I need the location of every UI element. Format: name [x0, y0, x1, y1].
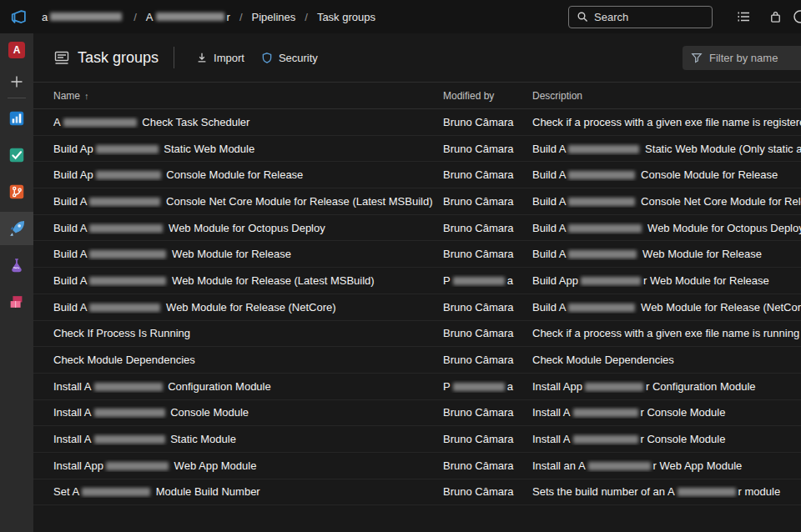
modified-by: Bruno Câmara	[443, 459, 532, 472]
table-row[interactable]: Install A Configuration ModulePaInstall …	[33, 374, 801, 400]
breadcrumb-separator: /	[134, 11, 137, 23]
filter-placeholder: Filter by name	[709, 52, 778, 64]
text-segment: Sets the build number of an A	[532, 485, 675, 498]
table-row[interactable]: Build A Web Module for Release (Latest M…	[33, 268, 801, 294]
flask-icon	[8, 256, 26, 274]
redacted-text	[63, 118, 137, 127]
breadcrumb-item[interactable]: a	[42, 11, 124, 23]
search-icon	[577, 11, 588, 23]
breadcrumb-item[interactable]: Pipelines	[252, 11, 296, 23]
marketplace-bag-icon[interactable]	[759, 0, 791, 33]
sidebar-item-test-lab[interactable]	[0, 248, 33, 282]
text-segment: Build A	[532, 168, 566, 181]
sidebar-item-boards[interactable]	[0, 102, 33, 135]
task-group-name[interactable]: Build Ap Static Web Module	[33, 143, 443, 155]
redacted-text	[89, 250, 166, 258]
task-group-name[interactable]: Install A Configuration Module	[33, 380, 443, 393]
task-group-name[interactable]: Check Module Dependencies	[33, 354, 443, 366]
table-row[interactable]: Build A Web Module for Octopus DeployBru…	[33, 215, 801, 242]
text-segment: Static Web Module	[161, 143, 254, 155]
modified-by: Bruno Câmara	[443, 116, 532, 128]
text-segment: P	[443, 274, 451, 287]
text-segment: Bruno Câmara	[443, 116, 514, 128]
breadcrumb-separator: /	[239, 11, 243, 23]
redacted-text	[96, 145, 159, 153]
table-body: A Check Task SchedulerBruno CâmaraCheck …	[33, 109, 801, 505]
table-row[interactable]: Check Module DependenciesBruno CâmaraChe…	[33, 347, 801, 374]
text-segment: Install A	[53, 433, 92, 445]
text-segment: Bruno Câmara	[443, 195, 514, 208]
text-segment: Install A	[53, 380, 92, 393]
text-segment: Bruno Câmara	[443, 485, 514, 498]
top-navigation-bar: a/Ar/Pipelines/Task groups Search	[0, 0, 801, 33]
sidebar-item-artifacts[interactable]	[0, 285, 33, 319]
task-group-name[interactable]: Check If Process Is Running	[33, 327, 443, 339]
table-row[interactable]: Check If Process Is RunningBruno CâmaraC…	[33, 321, 801, 348]
plus-glyph	[10, 75, 23, 88]
help-icon[interactable]	[791, 0, 801, 33]
task-group-name[interactable]: Install A Static Module	[33, 433, 443, 445]
sidebar-item-pipelines[interactable]	[0, 212, 33, 245]
text-segment: Build A	[53, 301, 87, 314]
task-group-name[interactable]: Build Ap Console Module for Release	[33, 168, 443, 181]
task-group-name[interactable]: Install A Console Module	[33, 406, 443, 419]
table-row[interactable]: Build A Console Net Core Module for Rele…	[33, 188, 801, 215]
modified-by: Bruno Câmara	[443, 195, 532, 208]
text-segment: Bruno Câmara	[443, 143, 514, 155]
task-group-name[interactable]: Build A Web Module for Octopus Deploy	[33, 222, 443, 234]
sidebar-item-test-plans[interactable]	[0, 138, 33, 172]
redacted-text	[94, 409, 165, 417]
task-group-name[interactable]: Set A Module Build Number	[33, 485, 443, 498]
task-group-name[interactable]: Build A Web Module for Release	[33, 248, 443, 260]
description: Build A Web Module for Octopus Deploy	[532, 222, 801, 234]
security-button[interactable]: Security	[253, 47, 326, 69]
import-button[interactable]: Import	[188, 47, 253, 69]
text-segment: Check If Process Is Running	[53, 327, 190, 339]
download-icon	[196, 52, 208, 63]
text-segment: P	[443, 380, 451, 393]
column-header-name[interactable]: Name↑	[33, 90, 443, 102]
task-group-name[interactable]: Build A Web Module for Release (Latest M…	[33, 274, 443, 287]
column-header-modified-by[interactable]: Modified by	[443, 90, 532, 102]
project-avatar[interactable]: A	[8, 42, 25, 58]
text-segment: Install an A	[532, 459, 586, 472]
table-row[interactable]: Build Ap Console Module for ReleaseBruno…	[33, 162, 801, 188]
table-row[interactable]: Build A Web Module for Release (NetCore)…	[33, 294, 801, 321]
breadcrumb-item[interactable]: Task groups	[317, 11, 375, 23]
task-group-name[interactable]: Build A Console Net Core Module for Rele…	[33, 195, 443, 208]
redacted-text	[588, 462, 651, 470]
table-row[interactable]: Install App Web App ModuleBruno CâmaraIn…	[33, 453, 801, 479]
text-segment: Web Module for Release	[169, 248, 290, 260]
text-segment: Bruno Câmara	[443, 327, 514, 339]
azure-devops-logo[interactable]	[8, 6, 30, 28]
column-header-description[interactable]: Description	[532, 90, 801, 102]
text-segment: Install A	[532, 406, 571, 419]
table-row[interactable]: Build A Web Module for ReleaseBruno Câma…	[33, 241, 801, 268]
table-row[interactable]: Build Ap Static Web ModuleBruno CâmaraBu…	[33, 136, 801, 163]
task-group-name[interactable]: Build A Web Module for Release (NetCore)	[33, 301, 443, 314]
description: Build A Console Net Core Module for Rele…	[532, 195, 801, 208]
repos-branch-icon	[8, 183, 26, 201]
table-row[interactable]: Install A Console ModuleBruno CâmaraInst…	[33, 400, 801, 427]
filter-input[interactable]: Filter by name	[683, 46, 801, 70]
text-segment: Bruno Câmara	[443, 459, 514, 472]
task-group-name[interactable]: A Check Task Scheduler	[33, 116, 443, 128]
table-row[interactable]: Install A Static ModuleBruno CâmaraInsta…	[33, 426, 801, 453]
add-icon[interactable]	[8, 73, 25, 90]
sidebar-item-repos[interactable]	[0, 175, 33, 208]
task-group-name[interactable]: Install App Web App Module	[33, 459, 443, 472]
pipelines-rocket-icon	[7, 218, 27, 238]
table-row[interactable]: A Check Task SchedulerBruno CâmaraCheck …	[33, 109, 801, 136]
redacted-text	[82, 488, 150, 496]
search-box[interactable]: Search	[568, 6, 713, 28]
breadcrumb-item[interactable]: Ar	[146, 11, 230, 23]
table-row[interactable]: Set A Module Build NumberBruno CâmaraSet…	[33, 479, 801, 506]
artifacts-boxes-icon	[8, 293, 26, 311]
table-header: Name↑ Modified by Description	[33, 83, 801, 109]
description: Check if a process with a given exe file…	[532, 327, 801, 339]
modified-by: Pa	[443, 274, 532, 287]
redacted-text	[453, 277, 505, 285]
text-segment: r	[227, 11, 230, 23]
list-icon[interactable]	[728, 0, 759, 33]
redacted-text	[568, 145, 639, 153]
